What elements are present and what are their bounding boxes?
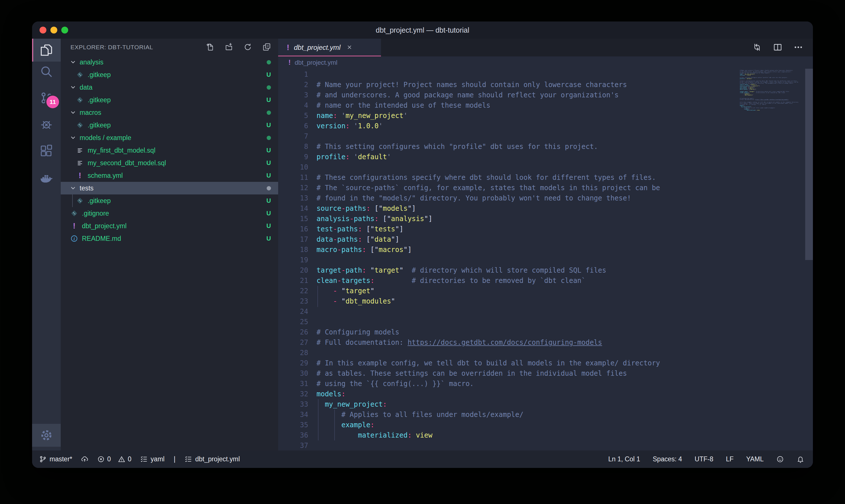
breadcrumb-file[interactable]: dbt_project.yml: [295, 59, 338, 67]
code-line[interactable]: 2# Name your project! Project names shou…: [278, 79, 813, 90]
code-line[interactable]: 14source-paths: ["models"]: [278, 203, 813, 214]
tree-file-readme-md[interactable]: iREADME.mdU: [61, 232, 278, 245]
eol-item[interactable]: LF: [726, 455, 734, 463]
close-window-button[interactable]: [39, 26, 47, 34]
code-line[interactable]: 20target-path: "target" # directory whic…: [278, 265, 813, 275]
code-line[interactable]: 29# In this example config, we tell dbt …: [278, 358, 813, 368]
activity-explorer[interactable]: [32, 39, 61, 61]
code-line[interactable]: 31# using the `{{ config(...) }}` macro.: [278, 379, 813, 389]
line-number[interactable]: 7: [278, 131, 308, 142]
activity-search[interactable]: [32, 60, 61, 83]
tree-file-my-second-dbt-model-sql[interactable]: my_second_dbt_model.sqlU: [61, 157, 278, 169]
code-editor[interactable]: 12# Name your project! Project names sho…: [278, 69, 813, 450]
line-number[interactable]: 17: [278, 234, 308, 245]
line-number[interactable]: 8: [278, 142, 308, 152]
line-number[interactable]: 12: [278, 183, 308, 193]
line-number[interactable]: 19: [278, 255, 308, 265]
cursor-position-item[interactable]: Ln 1, Col 1: [608, 455, 640, 463]
code-line[interactable]: 8# This setting configures which "profil…: [278, 142, 813, 152]
maximize-window-button[interactable]: [61, 26, 68, 34]
code-line[interactable]: 7: [278, 131, 813, 142]
scrollbar-thumb[interactable]: [805, 69, 813, 260]
line-number[interactable]: 4: [278, 100, 308, 110]
code-line[interactable]: 10: [278, 162, 813, 173]
line-number[interactable]: 37: [278, 440, 308, 450]
line-number[interactable]: 27: [278, 337, 308, 348]
line-number[interactable]: 23: [278, 296, 308, 306]
line-number[interactable]: 18: [278, 245, 308, 255]
code-line[interactable]: 30# as tables. These settings can be ove…: [278, 368, 813, 379]
tree-file-gitkeep[interactable]: .gitkeepU: [61, 119, 278, 131]
tree-folder-data[interactable]: data: [61, 81, 278, 94]
code-line[interactable]: 12# The `source-paths` config, for examp…: [278, 183, 813, 193]
git-branch-item[interactable]: master*: [39, 455, 72, 463]
line-number[interactable]: 10: [278, 162, 308, 173]
code-line[interactable]: 32models:: [278, 389, 813, 399]
code-line[interactable]: 21clean-targets: # directories to be rem…: [278, 275, 813, 286]
collapse-folders-button[interactable]: [262, 43, 271, 52]
code-line[interactable]: 1: [278, 69, 813, 79]
tree-file-gitkeep[interactable]: .gitkeepU: [61, 69, 278, 81]
tree-folder-analysis[interactable]: analysis: [61, 56, 278, 69]
activity-docker[interactable]: [32, 167, 61, 190]
line-number[interactable]: 1: [278, 69, 308, 79]
feedback-item[interactable]: [776, 455, 784, 463]
code-line[interactable]: 19: [278, 255, 813, 265]
line-number[interactable]: 2: [278, 79, 308, 90]
close-tab-button[interactable]: [346, 44, 353, 51]
line-number[interactable]: 30: [278, 368, 308, 379]
code-line[interactable]: 11# These configurations specify where d…: [278, 173, 813, 183]
problems-item[interactable]: 0 0: [97, 455, 131, 463]
line-number[interactable]: 36: [278, 430, 308, 440]
tree-file-gitkeep[interactable]: .gitkeepU: [61, 94, 278, 106]
activity-source-control[interactable]: 11: [32, 87, 61, 109]
tab-dbt-project-yml[interactable]: ! dbt_project.yml: [278, 39, 381, 56]
more-actions-button[interactable]: [793, 43, 803, 52]
refresh-explorer-button[interactable]: [243, 43, 252, 52]
line-number[interactable]: 3: [278, 90, 308, 100]
linter-lang-item[interactable]: yaml: [140, 455, 165, 463]
line-number[interactable]: 32: [278, 389, 308, 399]
new-folder-button[interactable]: [224, 43, 233, 52]
code-line[interactable]: 27# Full documentation: https://docs.get…: [278, 337, 813, 348]
tree-file-my-first-dbt-model-sql[interactable]: my_first_dbt_model.sqlU: [61, 144, 278, 157]
code-line[interactable]: 28: [278, 348, 813, 358]
tree-folder-macros[interactable]: macros: [61, 106, 278, 119]
activity-extensions[interactable]: [32, 139, 61, 162]
language-mode-item[interactable]: YAML: [746, 455, 763, 463]
line-number[interactable]: 22: [278, 286, 308, 296]
code-line[interactable]: 35 example:: [278, 420, 813, 430]
line-number[interactable]: 24: [278, 306, 308, 317]
line-number[interactable]: 29: [278, 358, 308, 368]
line-number[interactable]: 9: [278, 152, 308, 162]
code-line[interactable]: 24: [278, 306, 813, 317]
line-number[interactable]: 6: [278, 121, 308, 131]
line-number[interactable]: 16: [278, 224, 308, 234]
indentation-item[interactable]: Spaces: 4: [653, 455, 682, 463]
line-number[interactable]: 11: [278, 173, 308, 183]
line-number[interactable]: 15: [278, 214, 308, 224]
split-editor-button[interactable]: [773, 43, 783, 52]
code-line[interactable]: 17data-paths: ["data"]: [278, 234, 813, 245]
code-line[interactable]: 36 materialized: view: [278, 430, 813, 440]
code-line[interactable]: 6version: '1.0.0': [278, 121, 813, 131]
activity-debug[interactable]: [32, 113, 61, 136]
line-number[interactable]: 5: [278, 110, 308, 121]
code-line[interactable]: 3# and underscores. A good package name …: [278, 90, 813, 100]
line-number[interactable]: 20: [278, 265, 308, 275]
line-number[interactable]: 28: [278, 348, 308, 358]
minimize-window-button[interactable]: [50, 26, 57, 34]
tree-file-schema-yml[interactable]: !schema.ymlU: [61, 169, 278, 182]
line-number[interactable]: 26: [278, 327, 308, 337]
line-number[interactable]: 13: [278, 193, 308, 203]
code-line[interactable]: 22 - "target": [278, 286, 813, 296]
encoding-item[interactable]: UTF-8: [695, 455, 713, 463]
code-line[interactable]: 25: [278, 317, 813, 327]
tree-file-gitkeep[interactable]: .gitkeepU: [61, 195, 278, 207]
code-line[interactable]: 16test-paths: ["tests"]: [278, 224, 813, 234]
code-line[interactable]: 18macro-paths: ["macros"]: [278, 245, 813, 255]
new-file-button[interactable]: [205, 43, 215, 52]
code-line[interactable]: 37: [278, 440, 813, 450]
line-number[interactable]: 25: [278, 317, 308, 327]
code-line[interactable]: 15analysis-paths: ["analysis"]: [278, 214, 813, 224]
